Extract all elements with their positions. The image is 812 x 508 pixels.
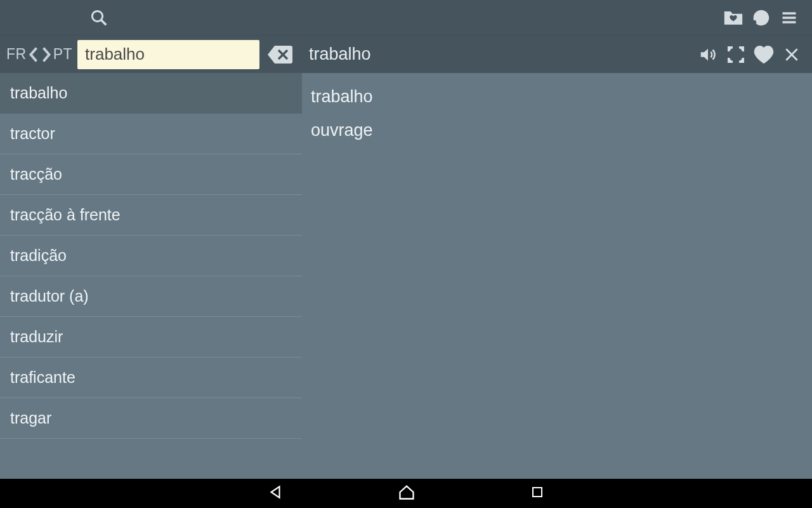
speak-button[interactable]	[694, 41, 722, 69]
suggestion-row[interactable]: tradutor (a)	[0, 276, 302, 317]
entry-headword: trabalho	[309, 44, 371, 64]
search-bar: FR PT trabalho trabalho	[0, 35, 812, 73]
fullscreen-icon	[726, 45, 745, 64]
speaker-icon	[697, 45, 719, 64]
search-input[interactable]: trabalho	[85, 44, 252, 64]
svg-marker-9	[272, 486, 280, 497]
translation-pane: trabalhoouvrage	[302, 73, 812, 479]
suggestion-row[interactable]: traficante	[0, 358, 302, 398]
close-icon	[783, 46, 800, 63]
chevron-right-icon	[41, 45, 52, 64]
fullscreen-button[interactable]	[722, 41, 750, 69]
svg-rect-10	[533, 488, 542, 497]
home-icon	[398, 484, 416, 500]
chevron-left-icon	[28, 45, 39, 64]
lang-from-label: FR	[6, 46, 27, 63]
svg-point-0	[92, 11, 102, 21]
nav-recent-button[interactable]	[530, 485, 545, 502]
suggestion-row[interactable]: tractor	[0, 114, 302, 154]
suggestion-row[interactable]: traduzir	[0, 317, 302, 358]
suggestion-row[interactable]: tracção	[0, 154, 302, 195]
back-triangle-icon	[267, 484, 284, 500]
suggestion-row[interactable]: trabalho	[0, 73, 302, 114]
search-icon[interactable]	[85, 4, 113, 32]
recent-apps-icon	[530, 485, 545, 500]
search-input-container[interactable]: trabalho	[77, 40, 259, 69]
nav-back-button[interactable]	[267, 484, 284, 503]
language-direction-toggle[interactable]: FR PT	[6, 45, 72, 64]
android-navbar	[0, 479, 812, 508]
app-screen: FR PT trabalho trabalho	[0, 0, 812, 508]
heart-icon	[753, 45, 775, 64]
favorite-button[interactable]	[750, 41, 778, 69]
history-icon[interactable]	[747, 4, 775, 32]
translation-entry: ouvrage	[311, 117, 803, 150]
suggestion-row[interactable]: tradição	[0, 236, 302, 276]
menu-icon[interactable]	[775, 4, 803, 32]
svg-line-1	[102, 20, 107, 25]
suggestion-row[interactable]: tracção à frente	[0, 195, 302, 236]
suggestion-row[interactable]: tragar	[0, 398, 302, 439]
close-entry-button[interactable]	[778, 41, 806, 69]
favorites-folder-icon[interactable]	[719, 4, 747, 32]
clear-input-button[interactable]	[266, 40, 294, 69]
lang-to-label: PT	[53, 46, 72, 63]
top-toolbar	[0, 0, 812, 35]
suggestion-list[interactable]: trabalhotractortracçãotracção à frentetr…	[0, 73, 302, 479]
content-area: trabalhotractortracçãotracção à frentetr…	[0, 73, 812, 479]
backspace-icon	[266, 44, 293, 65]
translation-entry: trabalho	[311, 83, 803, 117]
nav-home-button[interactable]	[398, 484, 416, 503]
